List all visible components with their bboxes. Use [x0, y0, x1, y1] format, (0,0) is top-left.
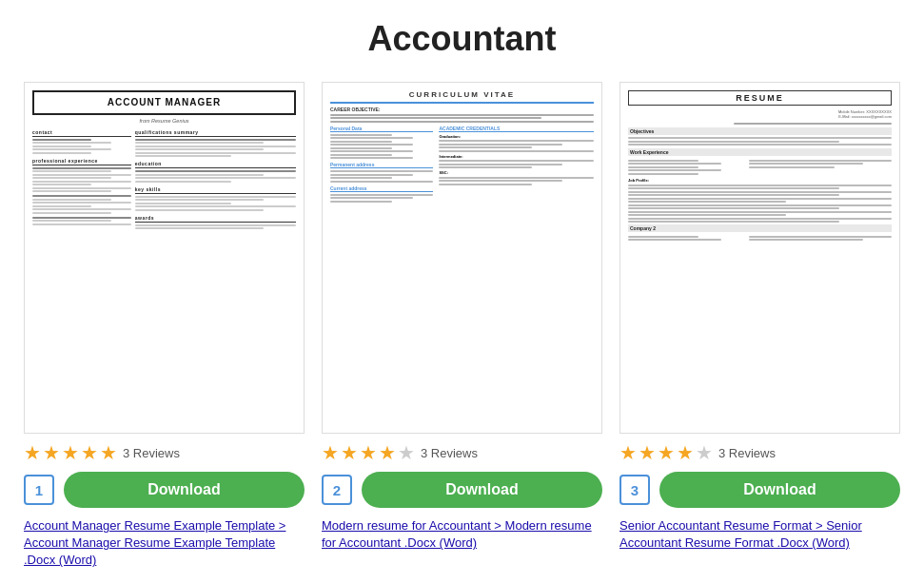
star-1: ★ — [322, 441, 339, 464]
star-1: ★ — [619, 441, 637, 464]
card-2-download-row: 2 Download — [322, 472, 602, 508]
card-1-download-row: 1 Download — [24, 472, 305, 508]
star-5-empty: ★ — [696, 441, 713, 464]
star-2: ★ — [43, 441, 60, 464]
star-4: ★ — [677, 441, 694, 464]
card-1-footer: ★ ★ ★ ★ ★ 3 Reviews 1 Download Account M… — [24, 434, 305, 573]
card-2-preview: CURRICULUM VITAE CAREER OBJECTIVE: Perso… — [322, 82, 602, 434]
card-1-stars-row: ★ ★ ★ ★ ★ 3 Reviews — [24, 441, 305, 464]
card-2: CURRICULUM VITAE CAREER OBJECTIVE: Perso… — [322, 82, 602, 555]
card-2-stars: ★ ★ ★ ★ ★ — [322, 441, 415, 464]
card-2-footer: ★ ★ ★ ★ ★ 3 Reviews 2 Download Modern re… — [322, 434, 602, 555]
card-1-link[interactable]: Account Manager Resume Example Template … — [24, 517, 305, 570]
star-1: ★ — [24, 441, 41, 464]
star-3: ★ — [360, 441, 377, 464]
card-1-reviews: 3 Reviews — [123, 446, 180, 460]
card-2-badge: 2 — [322, 475, 352, 505]
card-3-stars: ★ ★ ★ ★ ★ — [619, 441, 713, 464]
star-5-empty: ★ — [398, 441, 415, 464]
card-1-stars: ★ ★ ★ ★ ★ — [24, 441, 117, 464]
card-1-preview: ACCOUNT MANAGER from Resume Genius conta… — [24, 82, 305, 434]
card-3-preview: RESUME Mobile Number: XXXXXXXXXX E-Mail:… — [619, 82, 900, 434]
cards-container: ACCOUNT MANAGER from Resume Genius conta… — [19, 82, 905, 573]
card-3-footer: ★ ★ ★ ★ ★ 3 Reviews 3 Download Senior Ac… — [619, 434, 900, 555]
card-3-stars-row: ★ ★ ★ ★ ★ 3 Reviews — [619, 441, 900, 464]
card-3-badge: 3 — [619, 475, 650, 505]
card-2-link[interactable]: Modern resume for Accountant > Modern re… — [322, 517, 602, 552]
card-2-download-button[interactable]: Download — [362, 472, 602, 508]
card-1-badge: 1 — [24, 475, 54, 505]
card-1-download-button[interactable]: Download — [64, 472, 305, 508]
star-2: ★ — [639, 441, 656, 464]
star-5: ★ — [100, 441, 117, 464]
card-3-link[interactable]: Senior Accountant Resume Format > Senior… — [619, 517, 900, 552]
star-4: ★ — [379, 441, 396, 464]
star-4: ★ — [81, 441, 98, 464]
star-2: ★ — [341, 441, 358, 464]
card-3-download-button[interactable]: Download — [659, 472, 900, 508]
card-3-download-row: 3 Download — [619, 472, 900, 508]
star-3: ★ — [62, 441, 79, 464]
star-3: ★ — [658, 441, 675, 464]
card-2-reviews: 3 Reviews — [421, 446, 478, 460]
page-title: Accountant — [19, 19, 905, 59]
card-2-stars-row: ★ ★ ★ ★ ★ 3 Reviews — [322, 441, 602, 464]
card-1: ACCOUNT MANAGER from Resume Genius conta… — [24, 82, 305, 573]
card-3-reviews: 3 Reviews — [718, 446, 776, 460]
card-3: RESUME Mobile Number: XXXXXXXXXX E-Mail:… — [619, 82, 900, 555]
